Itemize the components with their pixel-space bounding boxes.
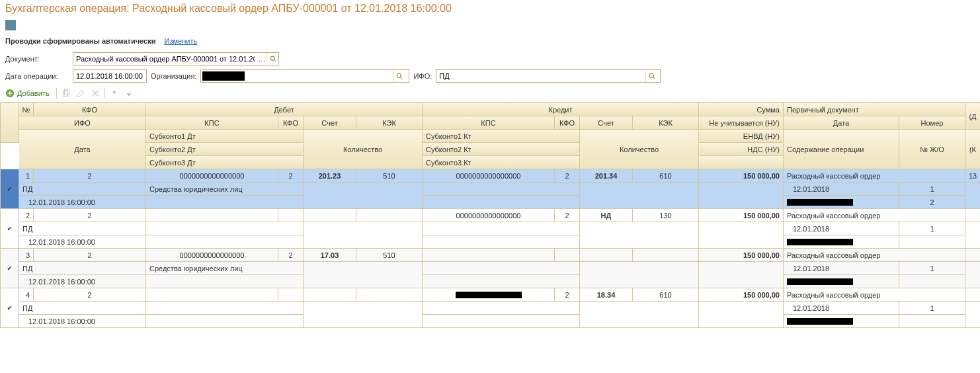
col-credit[interactable]: Кредит: [423, 103, 699, 116]
row-extra: [965, 209, 980, 222]
row-sum: 150 000,00: [699, 169, 784, 183]
row-sub1k: [423, 222, 580, 235]
row-kfo: 2: [34, 209, 146, 222]
row-extra: [965, 288, 980, 302]
row-kps-d: [146, 288, 278, 302]
table-row[interactable]: ✔1200000000000000002201.2351000000000000…: [0, 169, 980, 209]
delete-icon[interactable]: [90, 88, 101, 99]
col-qty-d[interactable]: Количество: [304, 130, 423, 169]
col-kek-d[interactable]: КЭК: [356, 116, 423, 130]
ifo-wrap: [436, 69, 661, 83]
row-number: 1: [899, 302, 965, 315]
col-sub2d[interactable]: Субконто2 Дт: [146, 143, 304, 156]
col-sub2k[interactable]: Субконто2 Кт: [423, 143, 580, 156]
col-sub1d[interactable]: Субконто1 Дт: [146, 130, 304, 143]
row-kps-k: [423, 249, 555, 262]
col-kps-k[interactable]: КПС: [423, 116, 555, 130]
col-num[interactable]: №: [19, 103, 34, 116]
op-date-label: Дата операции:: [5, 72, 69, 80]
table-row[interactable]: ✔2200000000000000002НД130150 000,00Расхо…: [0, 209, 980, 249]
row-content: [784, 275, 899, 288]
col-sub1k[interactable]: Субконто1 Кт: [423, 130, 580, 143]
row-qty-k: [580, 302, 699, 328]
col-d[interactable]: (Д: [965, 103, 980, 130]
row-kek-k: 610: [633, 169, 699, 183]
table-row[interactable]: ✔42218.34610150 000,00Расходный кассовый…: [0, 288, 980, 328]
row-sub2k: [423, 196, 580, 209]
row-ifo: ПД: [19, 262, 146, 275]
col-sub3d[interactable]: Субконто3 Дт: [146, 156, 304, 169]
col-sum[interactable]: Сумма: [699, 103, 784, 116]
auto-posting-row: Проводки сформированы автоматически Изме…: [0, 33, 980, 50]
col-nds[interactable]: НДС (НУ): [699, 143, 784, 156]
row-qty-k: [580, 262, 699, 288]
col-kfo-d[interactable]: КФО: [278, 116, 304, 130]
document-label: Документ:: [5, 55, 69, 63]
svg-point-0: [270, 56, 274, 60]
copy-icon[interactable]: [61, 88, 71, 99]
col-number[interactable]: Номер: [899, 116, 965, 130]
row-qty-k: [580, 183, 699, 209]
row-extra: [965, 249, 980, 262]
search-icon[interactable]: [645, 70, 657, 82]
col-ne-uch[interactable]: Не учитывается (НУ): [699, 116, 784, 130]
col-ifo[interactable]: ИФО: [19, 116, 146, 130]
row-kek-d: 510: [356, 169, 423, 183]
op-date-wrap: [73, 69, 147, 83]
add-button[interactable]: Добавить: [3, 87, 52, 99]
col-acct-d[interactable]: Счет: [304, 116, 356, 130]
row-kek-d: [356, 288, 423, 302]
row-kfo: 2: [34, 288, 146, 302]
document-row: Документ: …: [0, 50, 980, 67]
row-sub1k: [423, 262, 580, 275]
col-primary-doc[interactable]: Первичный документ: [784, 103, 965, 116]
row-date: 12.01.2018: [784, 302, 899, 315]
row-qty-d: [304, 302, 423, 328]
dots-icon[interactable]: …: [257, 55, 266, 63]
col-k[interactable]: (К: [965, 130, 980, 169]
move-up-icon[interactable]: [109, 88, 120, 99]
edit-icon[interactable]: [75, 88, 86, 99]
move-down-icon[interactable]: [124, 88, 134, 99]
col-debit[interactable]: Дебет: [146, 103, 423, 116]
col-sub3k[interactable]: Субконто3 Кт: [423, 156, 580, 169]
col-acct-k[interactable]: Счет: [580, 116, 633, 130]
col-kps-d[interactable]: КПС: [146, 116, 278, 130]
col-date[interactable]: Дата: [784, 116, 899, 130]
row-sub1d: Средства юридических лиц: [146, 183, 304, 196]
row-num: 4: [19, 288, 34, 302]
col-kfo[interactable]: КФО: [34, 103, 146, 116]
row-sub2d: [146, 315, 304, 328]
row-jo: [899, 315, 965, 328]
col-jo[interactable]: № Ж/О: [899, 130, 965, 169]
row-kek-d: 510: [356, 249, 423, 262]
op-date-field[interactable]: [73, 71, 146, 81]
row-doc: Расходный кассовый ордер: [784, 209, 965, 222]
row-datetime: 12.01.2018 16:00:00: [19, 275, 146, 288]
document-field[interactable]: [73, 54, 257, 64]
checkmark-icon: ✔: [1, 249, 19, 288]
table-row[interactable]: ✔320000000000000000217.03510150 000,00Ра…: [0, 249, 980, 288]
search-icon[interactable]: [393, 70, 405, 82]
col-content[interactable]: Содержание операции: [784, 130, 899, 169]
change-link[interactable]: Изменить: [165, 37, 198, 45]
row-number: 1: [899, 222, 965, 235]
row-qty-d: [304, 183, 423, 209]
col-date2[interactable]: Дата: [19, 130, 146, 169]
col-qty-k[interactable]: Количество: [580, 130, 699, 169]
col-envd[interactable]: ЕНВД (НУ): [699, 130, 784, 143]
row-flags: [699, 302, 784, 328]
row-kfo-d: 2: [278, 249, 304, 262]
row-extra2: [965, 183, 980, 209]
col-kfo-k[interactable]: КФО: [555, 116, 580, 130]
search-icon[interactable]: [266, 53, 278, 65]
redacted: [202, 71, 245, 81]
row-ifo: ПД: [19, 183, 146, 196]
ifo-field[interactable]: [436, 71, 645, 81]
save-icon[interactable]: [5, 20, 16, 30]
row-kfo-k: 2: [555, 169, 580, 183]
row-doc: Расходный кассовый ордер: [784, 249, 965, 262]
row-sub1k: [423, 183, 580, 196]
row-flags: [699, 222, 784, 249]
col-kek-k[interactable]: КЭК: [633, 116, 699, 130]
